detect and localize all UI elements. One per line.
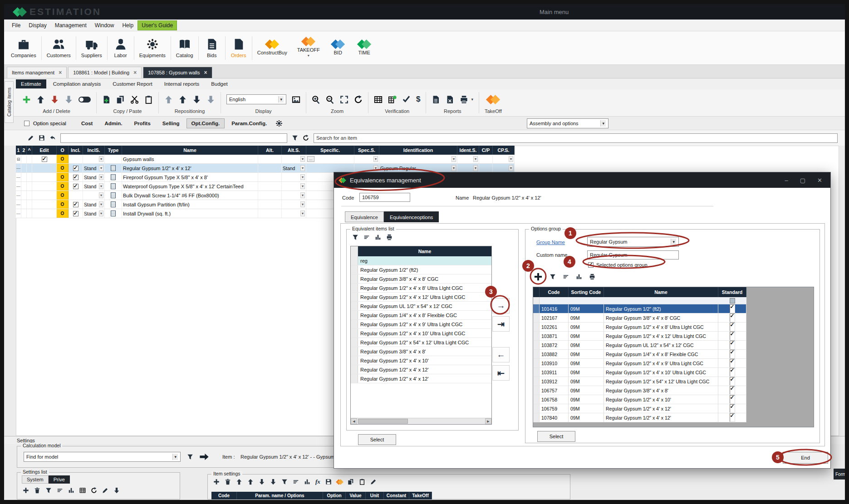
view-tab[interactable]: Budget — [206, 79, 232, 88]
chart-icon[interactable] — [576, 274, 582, 280]
column-header[interactable]: Alt. — [258, 146, 282, 155]
item-name[interactable]: Install Gypsum Partition (ft/lin) — [122, 200, 258, 209]
copy-with-add-icon[interactable] — [102, 95, 111, 104]
close-icon[interactable] — [817, 177, 822, 184]
options-table-row[interactable]: 103871 09M Regular Gypsum 1/2" x 4' x 12… — [533, 332, 746, 341]
add-option-button[interactable] — [534, 272, 543, 281]
standard-checkbox[interactable] — [730, 404, 735, 413]
config-button[interactable]: Param.Config. — [226, 118, 272, 128]
options-table-row[interactable]: 103910 09M Regular Gypsum 1/2" x 4' x 9'… — [533, 359, 746, 368]
edit-pencil-icon[interactable] — [102, 487, 108, 494]
include-standard-dropdown[interactable]: Stand — [83, 164, 105, 172]
include-checkbox[interactable] — [73, 184, 79, 189]
standard-checkbox[interactable] — [730, 341, 735, 349]
list-item[interactable]: Regular Gypsum 1/2" x 4' x 8' Ultra LIgh… — [351, 284, 491, 293]
save-icon[interactable] — [325, 479, 332, 485]
item-name[interactable]: Bulk Drywall Screw 1-1/4" #6 FF (Box8000… — [122, 191, 258, 200]
move-left-button[interactable] — [492, 347, 510, 362]
list-item[interactable]: Regular Gypsum UL 1/2" x 54" x 12' CGC — [351, 302, 491, 311]
printer-icon[interactable] — [460, 95, 468, 104]
document-tab[interactable]: 107858 : Gypsum walls — [143, 67, 212, 78]
add-icon[interactable] — [213, 479, 220, 485]
delete-item-icon[interactable] — [50, 95, 59, 104]
view-tab[interactable]: Customer Report — [108, 79, 157, 88]
option-cell[interactable]: O — [57, 155, 69, 163]
list-item[interactable]: Regular Gypsum 1/2" (ft2) — [351, 265, 491, 274]
chevron-down-icon[interactable]: ▾ — [308, 54, 309, 58]
export-document-icon[interactable] — [446, 95, 454, 104]
zoom-out-icon[interactable] — [326, 95, 334, 104]
catalog-items-side-tab[interactable]: Catalog items — [5, 81, 14, 123]
table-row[interactable]: ⊟ O Gypsum walls ... — [16, 155, 515, 164]
options-table[interactable]: Code Sorting Code Name Standard — [533, 287, 814, 427]
specific-cell[interactable]: ... — [306, 155, 354, 163]
config-button[interactable]: Cost — [76, 118, 98, 128]
export-down-icon[interactable] — [113, 487, 120, 494]
options-table-row[interactable]: 103882 09M Regular Gypsum 1/4" x 4' x 8'… — [533, 350, 746, 359]
sort-lines-icon[interactable] — [563, 274, 569, 280]
formula-panel-header[interactable]: Formu — [834, 469, 849, 480]
row-expander-icon[interactable]: — — [16, 164, 21, 172]
column-header[interactable]: Code — [211, 492, 237, 499]
chart-icon[interactable] — [375, 234, 381, 240]
column-header[interactable]: Type — [105, 146, 122, 155]
apply-arrow-icon[interactable] — [199, 452, 210, 462]
filter-funnel-icon[interactable] — [281, 479, 288, 485]
column-header[interactable]: Identification — [379, 146, 457, 155]
option-cell[interactable]: O — [57, 200, 69, 209]
maximize-icon[interactable] — [800, 177, 805, 184]
paste-clipboard-icon[interactable] — [359, 479, 365, 485]
takeoff-diamond-icon[interactable] — [337, 480, 343, 484]
list-item[interactable]: Regular Gypsum 1/2" x 4' x 10' — [351, 356, 491, 365]
include-checkbox[interactable] — [73, 211, 79, 216]
column-header[interactable]: TakeOff — [409, 492, 432, 499]
item-name[interactable]: Install Drywall (sq. ft.) — [122, 209, 258, 218]
column-header[interactable]: ^ — [27, 146, 32, 155]
copy-icon[interactable] — [116, 95, 125, 104]
toolbar-item-bids[interactable]: Bids — [199, 38, 225, 58]
cp-standard-dropdown[interactable] — [493, 155, 515, 163]
identification-dropdown[interactable] — [379, 155, 457, 163]
config-button[interactable]: Profits — [129, 118, 155, 128]
model-search-dropdown[interactable]: Find for model — [24, 452, 181, 462]
dialog-titlebar[interactable]: Equivalences management — [334, 172, 830, 188]
menu-item[interactable]: Management — [51, 20, 91, 30]
include-standard-dropdown[interactable]: Stand — [83, 182, 105, 191]
options-table-row[interactable]: 106758 09M Regular Gypsum 1/2" x 4' x 10… — [533, 395, 746, 404]
column-header[interactable]: Specific. — [306, 146, 354, 155]
tab-close-icon[interactable] — [204, 69, 207, 76]
takeoff-diamond-icon[interactable] — [487, 96, 499, 103]
zoom-in-icon[interactable] — [312, 95, 320, 104]
move-right-button[interactable] — [492, 298, 510, 313]
move-up-icon[interactable] — [178, 95, 187, 104]
move-bottom-icon[interactable] — [270, 479, 276, 485]
option-cell[interactable]: O — [57, 191, 69, 200]
column-header[interactable]: Alt.S. — [282, 146, 306, 155]
column-header[interactable]: 1 — [16, 146, 21, 155]
list-item[interactable]: Regular Gypsum 1/2" x 4' x 12' — [351, 365, 491, 374]
edit-checkbox[interactable] — [42, 157, 47, 162]
toolbar-item-companies[interactable]: Companies — [6, 38, 41, 58]
alternative-dropdown[interactable] — [282, 155, 306, 163]
add-item-icon[interactable] — [22, 95, 31, 104]
settings-tab[interactable]: System — [22, 475, 49, 484]
refresh-icon[interactable] — [354, 95, 363, 104]
item-name[interactable]: Gypsum walls — [122, 155, 258, 163]
settings-gear-icon[interactable] — [275, 120, 283, 127]
checkbox-icon[interactable] — [588, 262, 594, 268]
row-expander-icon[interactable]: — — [16, 191, 21, 200]
undo-icon[interactable] — [49, 135, 56, 141]
options-table-row[interactable]: 103911 09M Regular Gypsum 1/2" x 4' x 10… — [533, 368, 746, 377]
refresh-icon[interactable] — [91, 487, 97, 494]
list-item[interactable]: Regular Gypsum 1/2" x 4' x 12' Ultra Lig… — [351, 293, 491, 302]
alternative-dropdown[interactable] — [282, 200, 306, 209]
printer-icon[interactable] — [589, 274, 595, 280]
move-top-icon[interactable] — [236, 479, 242, 485]
column-header[interactable]: Incl. — [69, 146, 83, 155]
specific-cell[interactable] — [306, 164, 354, 172]
document-tab[interactable]: Items management — [7, 67, 67, 78]
group-name-dropdown[interactable]: Regular Gypsum — [587, 237, 679, 247]
group-name-link[interactable]: Group Name — [536, 240, 565, 245]
trash-icon[interactable] — [34, 487, 40, 494]
toolbar-item-bid[interactable]: BID — [325, 41, 351, 55]
